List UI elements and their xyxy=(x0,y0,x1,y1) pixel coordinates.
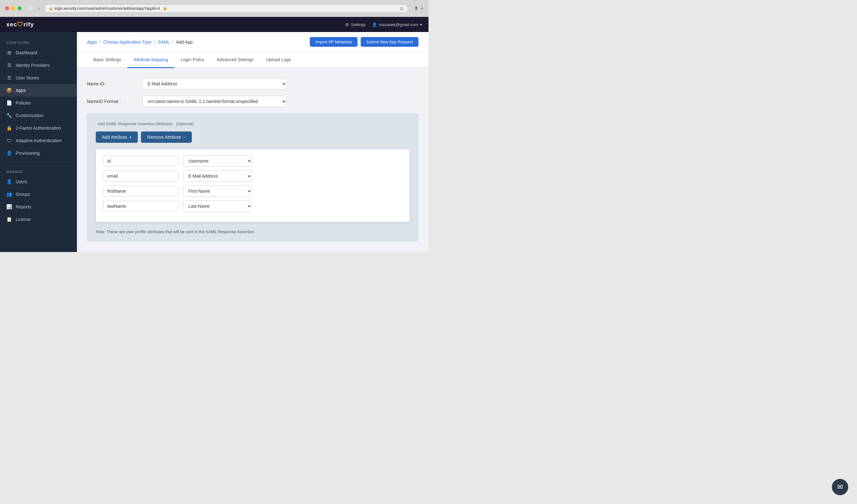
add-attr-label: Add Attribute xyxy=(102,135,127,140)
new-tab-btn[interactable]: + xyxy=(421,5,423,11)
sidebar-item-users[interactable]: 👤 Users xyxy=(0,175,77,188)
assertion-box: Add SAML Response Assertion Attributes (… xyxy=(87,113,418,242)
traffic-lights xyxy=(5,6,22,10)
dashboard-icon: ⊞ xyxy=(6,50,12,55)
sidebar-toggle-btn[interactable]: ⬜ xyxy=(27,5,35,12)
sidebar-item-adaptive-auth[interactable]: 🛡 Adaptive Authentication xyxy=(0,134,77,147)
sidebar-item-apps[interactable]: 📦 Apps xyxy=(0,84,77,97)
attr-mapping-select-3[interactable]: Username E-Mail Address First Name Last … xyxy=(183,201,252,212)
license-icon: 📋 xyxy=(6,217,12,222)
sidebar-item-identity-providers[interactable]: ☰ Identity Providers xyxy=(0,59,77,71)
user-stores-icon: ☰ xyxy=(6,75,12,81)
tab-login-policy[interactable]: Login Policy xyxy=(174,52,211,68)
back-nav-btn[interactable]: ‹ xyxy=(37,5,41,12)
attr-name-input-1[interactable] xyxy=(103,171,179,181)
sidebar-item-label: Groups xyxy=(16,192,30,197)
settings-link[interactable]: ⚙ Settings xyxy=(345,22,366,27)
reports-icon: 📊 xyxy=(6,204,12,209)
nameid-format-label: NameID Format : xyxy=(87,99,137,104)
breadcrumb-sep-3: / xyxy=(172,39,173,45)
sidebar-item-label: Reports xyxy=(16,204,31,209)
secure-icon: 🔒 xyxy=(163,6,167,10)
customization-icon: 🔧 xyxy=(6,113,12,118)
name-id-select[interactable]: E-Mail Address Username Phone xyxy=(142,78,287,89)
reload-icon[interactable]: ⊙ xyxy=(400,6,404,11)
page-header: Apps / Choose Application Type / SAML / … xyxy=(77,32,428,52)
apps-icon: 📦 xyxy=(6,87,12,93)
window-controls: ⬜ ‹ xyxy=(27,5,41,12)
tab-upload-logo[interactable]: Upload Logo xyxy=(260,52,297,68)
import-sp-metadata-button[interactable]: Import SP Metadata xyxy=(310,37,357,47)
top-bar: xec🛡rify ⚙ Settings 👤 mazariek@gmail.com… xyxy=(0,17,428,32)
minimize-tl[interactable] xyxy=(11,6,15,10)
adaptive-auth-icon: 🛡 xyxy=(6,138,12,144)
attr-mapping-select-1[interactable]: Username E-Mail Address First Name Last … xyxy=(183,170,252,182)
sidebar-item-license[interactable]: 📋 License xyxy=(0,213,77,225)
groups-icon: 👥 xyxy=(6,191,12,197)
policies-icon: 📄 xyxy=(6,100,12,106)
minus-icon: − xyxy=(183,135,186,140)
breadcrumb-choose[interactable]: Choose Application Type xyxy=(103,39,152,45)
lock-icon: 🔒 xyxy=(49,6,53,10)
sidebar-item-groups[interactable]: 👥 Groups xyxy=(0,188,77,201)
sidebar-item-dashboard[interactable]: ⊞ Dashboard xyxy=(0,47,77,59)
sidebar-item-user-stores[interactable]: ☰ User Stores xyxy=(0,71,77,84)
user-icon: 👤 xyxy=(372,22,377,27)
close-tl[interactable] xyxy=(5,6,9,10)
attr-name-input-3[interactable] xyxy=(103,201,179,212)
breadcrumb-apps[interactable]: Apps xyxy=(87,39,97,45)
sidebar: Configure ⊞ Dashboard ☰ Identity Provide… xyxy=(0,32,77,252)
gear-icon: ⚙ xyxy=(345,22,349,27)
sidebar-item-label: User Stores xyxy=(16,75,39,80)
sidebar-item-label: Provisioning xyxy=(16,151,39,156)
sidebar-item-policies[interactable]: 📄 Policies xyxy=(0,97,77,109)
attr-row-3: Username E-Mail Address First Name Last … xyxy=(103,201,402,212)
provisioning-icon: 👤 xyxy=(6,150,12,156)
breadcrumb-current: Add App xyxy=(176,39,193,45)
sidebar-item-label: Policies xyxy=(16,100,31,105)
logo-area: xec🛡rify xyxy=(6,21,34,28)
configure-section-label: Configure xyxy=(0,36,77,47)
remove-attribute-button[interactable]: Remove Attribute − xyxy=(141,132,192,143)
manage-section-label: Manage xyxy=(0,165,77,175)
user-email: mazariek@gmail.com xyxy=(379,22,418,27)
breadcrumb-saml[interactable]: SAML xyxy=(158,39,170,45)
submit-new-app-request-button[interactable]: Submit New App Request xyxy=(361,37,418,47)
identity-providers-icon: ☰ xyxy=(6,63,12,68)
sidebar-item-reports[interactable]: 📊 Reports xyxy=(0,201,77,213)
tab-advanced-settings[interactable]: Advanced Settings xyxy=(211,52,260,68)
address-bar[interactable]: 🔒 login.xecurify.com/moas/admin/customer… xyxy=(45,4,408,13)
attr-mapping-select-2[interactable]: Username E-Mail Address First Name Last … xyxy=(183,185,252,197)
sidebar-item-label: Identity Providers xyxy=(16,63,50,68)
assertion-title: Add SAML Response Assertion Attributes (… xyxy=(96,121,410,127)
browser-actions: ⬆ + xyxy=(414,5,423,11)
attr-name-input-2[interactable] xyxy=(103,186,179,197)
nameid-format-select[interactable]: urn:oasis:names:tc:SAML:1.1:nameid-forma… xyxy=(142,96,287,107)
attr-name-input-0[interactable] xyxy=(103,156,179,166)
sidebar-item-label: License xyxy=(16,217,31,222)
attr-mapping-select-0[interactable]: Username E-Mail Address First Name Last … xyxy=(183,155,252,167)
tab-attribute-mapping[interactable]: Attribute Mapping xyxy=(128,52,174,68)
remove-attr-label: Remove Attribute xyxy=(147,135,181,140)
assertion-buttons: Add Attribute + Remove Attribute − xyxy=(96,132,410,143)
tab-basic-settings[interactable]: Basic Settings xyxy=(87,52,128,68)
add-attribute-button[interactable]: Add Attribute + xyxy=(96,132,138,143)
top-bar-right: ⚙ Settings 👤 mazariek@gmail.com ▾ xyxy=(345,22,422,27)
settings-label: Settings xyxy=(351,22,366,27)
assertion-optional-label: (Optional) xyxy=(176,121,194,126)
user-menu[interactable]: 👤 mazariek@gmail.com ▾ xyxy=(372,22,422,27)
share-btn[interactable]: ⬆ xyxy=(414,5,418,11)
nameid-format-row: NameID Format : urn:oasis:names:tc:SAML:… xyxy=(87,96,418,107)
attribute-table: Username E-Mail Address First Name Last … xyxy=(96,149,410,222)
sidebar-item-provisioning[interactable]: 👤 Provisioning xyxy=(0,147,77,159)
sidebar-item-label: Adaptive Authentication xyxy=(16,138,62,143)
assertion-title-text: Add SAML Response Assertion Attributes xyxy=(98,121,173,126)
maximize-tl[interactable] xyxy=(18,6,22,10)
breadcrumb: Apps / Choose Application Type / SAML / … xyxy=(87,39,193,45)
sidebar-item-2fa[interactable]: 🔒 2-Factor Authentication xyxy=(0,122,77,134)
url-text: login.xecurify.com/moas/admin/customer/a… xyxy=(55,6,160,11)
name-id-label: Name ID : xyxy=(87,81,137,86)
attr-row-0: Username E-Mail Address First Name Last … xyxy=(103,155,402,167)
name-id-row: Name ID : E-Mail Address Username Phone xyxy=(87,78,418,89)
sidebar-item-customization[interactable]: 🔧 Customization xyxy=(0,109,77,122)
